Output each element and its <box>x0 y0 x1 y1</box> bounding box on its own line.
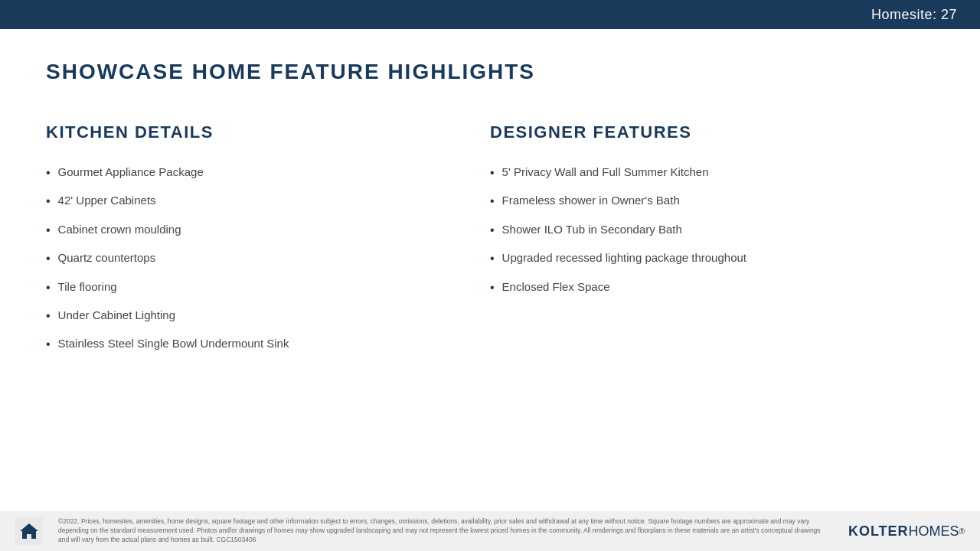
list-item: • 42' Upper Cabinets <box>46 192 490 210</box>
bullet-icon: • <box>490 250 495 267</box>
main-content: SHOWCASE HOME FEATURE HIGHLIGHTS KITCHEN… <box>0 29 980 380</box>
list-item: • Enclosed Flex Space <box>490 279 934 296</box>
designer-column: DESIGNER FEATURES • 5' Privacy Wall and … <box>490 122 934 364</box>
page-title: SHOWCASE HOME FEATURE HIGHLIGHTS <box>46 60 934 84</box>
bullet-icon: • <box>46 250 51 267</box>
homesite-label: Homesite: 27 <box>871 7 957 23</box>
bullet-icon: • <box>46 279 51 296</box>
kitchen-item-2: 42' Upper Cabinets <box>58 192 156 208</box>
designer-item-3: Shower ILO Tub in Secondary Bath <box>502 221 682 237</box>
designer-item-4: Upgraded recessed lighting package throu… <box>502 249 746 266</box>
bullet-icon: • <box>490 193 495 210</box>
designer-item-1: 5' Privacy Wall and Full Summer Kitchen <box>502 164 709 180</box>
list-item: • Stainless Steel Single Bowl Undermount… <box>46 335 490 353</box>
kitchen-item-7: Stainless Steel Single Bowl Undermount S… <box>58 335 289 351</box>
header-bar: Homesite: 27 <box>0 0 980 29</box>
bullet-icon: • <box>490 279 495 296</box>
bullet-icon: • <box>46 165 51 181</box>
kitchen-title: KITCHEN DETAILS <box>46 122 490 142</box>
bullet-icon: • <box>46 308 51 324</box>
kitchen-item-5: Tile flooring <box>58 279 117 295</box>
designer-list: • 5' Privacy Wall and Full Summer Kitche… <box>490 164 934 296</box>
designer-item-5: Enclosed Flex Space <box>502 279 610 295</box>
footer-logo: KOLTER HOMES ® <box>848 523 965 540</box>
footer-logo-registered: ® <box>959 527 965 536</box>
kitchen-item-6: Under Cabinet Lighting <box>58 307 175 323</box>
list-item: • Shower ILO Tub in Secondary Bath <box>490 221 934 239</box>
designer-item-2: Frameless shower in Owner's Bath <box>502 192 680 208</box>
kitchen-column: KITCHEN DETAILS • Gourmet Appliance Pack… <box>46 122 490 364</box>
list-item: • 5' Privacy Wall and Full Summer Kitche… <box>490 164 934 181</box>
list-item: • Tile flooring <box>46 279 490 296</box>
footer-disclaimer: ©2022. Prices, homesites, amenities, hom… <box>58 517 833 545</box>
home-icon <box>15 517 43 545</box>
kitchen-item-4: Quartz countertops <box>58 249 156 266</box>
bullet-icon: • <box>46 336 51 353</box>
list-item: • Frameless shower in Owner's Bath <box>490 192 934 210</box>
footer-logo-homes: HOMES <box>909 523 959 540</box>
kitchen-list: • Gourmet Appliance Package • 42' Upper … <box>46 164 490 354</box>
list-item: • Gourmet Appliance Package <box>46 164 490 181</box>
footer-logo-kolter: KOLTER <box>848 523 909 540</box>
footer: ©2022. Prices, homesites, amenities, hom… <box>0 511 980 551</box>
designer-title: DESIGNER FEATURES <box>490 122 934 142</box>
list-item: • Cabinet crown moulding <box>46 221 490 239</box>
kitchen-item-1: Gourmet Appliance Package <box>58 164 204 180</box>
bullet-icon: • <box>490 165 495 181</box>
bullet-icon: • <box>46 193 51 210</box>
list-item: • Under Cabinet Lighting <box>46 307 490 324</box>
list-item: • Upgraded recessed lighting package thr… <box>490 249 934 267</box>
kitchen-item-3: Cabinet crown moulding <box>58 221 181 237</box>
bullet-icon: • <box>46 222 51 239</box>
list-item: • Quartz countertops <box>46 249 490 267</box>
feature-columns: KITCHEN DETAILS • Gourmet Appliance Pack… <box>46 122 934 364</box>
bullet-icon: • <box>490 222 495 239</box>
